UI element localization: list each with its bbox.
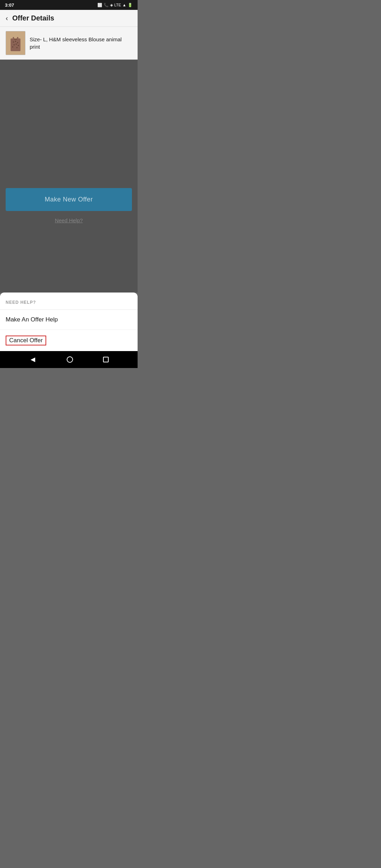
content-area: Make New Offer Need Help? bbox=[0, 60, 138, 229]
lte-label: LTE bbox=[114, 3, 121, 7]
svg-point-5 bbox=[16, 44, 17, 45]
battery-icon: 🔋 bbox=[128, 3, 133, 7]
bottom-sheet-title: NEED HELP? bbox=[6, 300, 36, 305]
svg-point-3 bbox=[17, 42, 18, 43]
cancel-offer-label: Cancel Offer bbox=[6, 336, 46, 345]
recents-nav-icon[interactable] bbox=[103, 357, 109, 362]
wifi-icon: ◈ bbox=[110, 3, 113, 7]
header: ‹ Offer Details bbox=[0, 10, 138, 27]
svg-point-7 bbox=[12, 47, 13, 48]
make-offer-help-item[interactable]: Make An Offer Help bbox=[0, 310, 138, 330]
product-row: Size- L, H&M sleeveless Blouse animal pr… bbox=[0, 27, 138, 60]
back-button[interactable]: ‹ bbox=[6, 14, 8, 22]
svg-point-2 bbox=[15, 41, 16, 42]
nav-bar: ◄ bbox=[0, 351, 138, 368]
home-nav-icon[interactable] bbox=[67, 356, 73, 363]
call-icon: 📞 bbox=[104, 3, 109, 7]
svg-point-6 bbox=[18, 45, 19, 46]
bottom-area bbox=[0, 229, 138, 293]
bottom-sheet-header: NEED HELP? bbox=[0, 293, 138, 310]
nfc-icon: ⬜ bbox=[97, 3, 102, 7]
make-new-offer-button[interactable]: Make New Offer bbox=[6, 188, 132, 211]
bottom-sheet: NEED HELP? Make An Offer Help Cancel Off… bbox=[0, 293, 138, 351]
svg-rect-0 bbox=[11, 38, 20, 51]
svg-point-8 bbox=[17, 47, 18, 48]
product-thumbnail bbox=[6, 31, 25, 55]
signal-icon: ▲ bbox=[122, 3, 126, 7]
need-help-link[interactable]: Need Help? bbox=[6, 217, 132, 223]
status-time: 3:07 bbox=[5, 2, 14, 8]
page-title: Offer Details bbox=[12, 14, 54, 22]
svg-point-1 bbox=[13, 42, 14, 43]
svg-rect-9 bbox=[13, 37, 14, 39]
product-name: Size- L, H&M sleeveless Blouse animal pr… bbox=[30, 36, 132, 50]
status-bar: 3:07 ⬜ 📞 ◈ LTE ▲ 🔋 bbox=[0, 0, 138, 10]
cancel-offer-item[interactable]: Cancel Offer bbox=[0, 330, 138, 351]
svg-point-4 bbox=[14, 44, 15, 46]
back-nav-icon[interactable]: ◄ bbox=[29, 355, 37, 364]
status-icons: ⬜ 📞 ◈ LTE ▲ 🔋 bbox=[97, 3, 133, 7]
svg-rect-10 bbox=[17, 37, 18, 39]
